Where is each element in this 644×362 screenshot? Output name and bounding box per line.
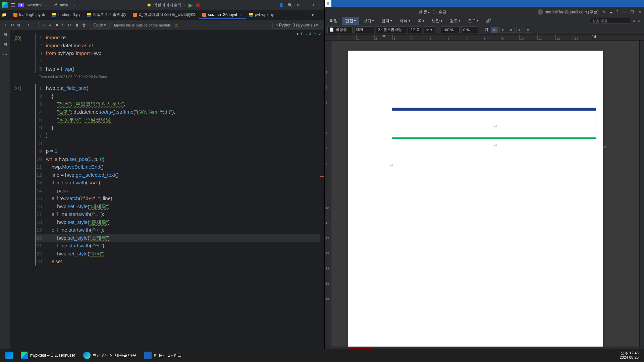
cut-icon[interactable]: ✂ bbox=[11, 23, 14, 27]
cell-type-dropdown[interactable]: Code ▾ bbox=[90, 22, 110, 28]
horizontal-ruler[interactable]: 12 345 678 91011 121314 bbox=[325, 35, 644, 41]
interpreter-dropdown[interactable]: ○ Python 3 (ipykernel) ▾ bbox=[272, 22, 321, 28]
start-button[interactable] bbox=[3, 350, 15, 360]
sync-icon[interactable]: ↻ bbox=[602, 10, 605, 14]
more-icon[interactable]: ⋮ bbox=[203, 3, 207, 7]
problems-indicator[interactable]: ▲ 1 ✓ 4 ^ ∨ bbox=[296, 32, 321, 36]
menu-input[interactable]: 입력 ▾ bbox=[378, 17, 395, 25]
align-left-icon[interactable]: ≡ bbox=[491, 27, 498, 33]
chevron-icon[interactable]: ∨ bbox=[318, 32, 321, 36]
menu-file[interactable]: 파일 bbox=[326, 17, 341, 25]
menu-view[interactable]: 보기 ▾ bbox=[360, 17, 377, 25]
menu-page[interactable]: 쪽 ▾ bbox=[414, 17, 428, 25]
font-dropdown[interactable]: 가 함초롬바탕 bbox=[376, 26, 406, 33]
restart-icon[interactable]: ↻ bbox=[61, 23, 65, 27]
collapse-icon[interactable]: ∧ bbox=[633, 18, 636, 23]
chevron-icon[interactable]: ^ bbox=[314, 32, 316, 36]
code-area: [20] 1import re 2import datetime as dt 3… bbox=[10, 30, 324, 270]
menu-format[interactable]: 서식 ▾ bbox=[396, 17, 414, 25]
bookmarks-icon[interactable]: ⊟ bbox=[3, 42, 7, 47]
tab-leading0[interactable]: leading0.ipynb bbox=[10, 11, 48, 19]
editor[interactable]: ▲ 1 ✓ 4 ^ ∨ [20] 1import re 2import date… bbox=[10, 30, 324, 354]
menu-review[interactable]: 검토 ▾ bbox=[446, 17, 464, 25]
taskbar-pycharm[interactable]: hwpxtest – C:\Users\user bbox=[18, 350, 78, 360]
code-cell-20: [20] 1import re 2import datetime as dt 3… bbox=[10, 34, 324, 82]
warning-badge: ▲ 1 bbox=[296, 32, 303, 36]
cloud-icon[interactable]: ☁ bbox=[609, 10, 613, 14]
maximize-icon[interactable]: ☐ bbox=[311, 3, 314, 7]
code-with-me-icon[interactable]: 👤 bbox=[279, 3, 284, 7]
zoom-dropdown[interactable]: 100 % bbox=[441, 26, 460, 33]
taskbar-edge[interactable]: 특정 양식의 내용을 바꾸 bbox=[80, 350, 139, 360]
more-icon[interactable]: ⋮ bbox=[317, 13, 321, 17]
project-badge[interactable]: H bbox=[18, 3, 24, 7]
cell-exec-count: [21] bbox=[13, 85, 21, 93]
vertical-ruler[interactable]: 12 34 56 78 910 1112 1314 1516 bbox=[325, 41, 331, 347]
chevron-down-icon[interactable]: ▾ bbox=[73, 3, 75, 7]
hangul-app-icon[interactable]: 혼 bbox=[325, 0, 331, 7]
python-icon bbox=[249, 13, 253, 17]
run-icon[interactable]: ▶ bbox=[189, 2, 193, 8]
align-center-icon[interactable]: ≡ bbox=[499, 27, 506, 33]
debug-icon[interactable]: 🐞 bbox=[195, 3, 200, 7]
taskbar-clock[interactable]: 오후 12:43 2024-08-20 bbox=[617, 351, 641, 360]
chevron-down-icon[interactable]: ▾ bbox=[312, 13, 314, 17]
structure-icon[interactable]: ⊞ bbox=[3, 32, 7, 37]
minimize-icon[interactable]: ─ bbox=[304, 3, 307, 7]
close-tab-icon[interactable]: × bbox=[240, 12, 243, 17]
style-dropdown[interactable]: 📄 바탕글 bbox=[327, 26, 353, 33]
align-right-icon[interactable]: ≡ bbox=[508, 27, 515, 33]
hangul-workspace: 12 34 56 78 910 1112 1314 1516 ↵ ↵ ↵ ↵ bbox=[325, 41, 644, 347]
close-icon[interactable]: ✕ bbox=[638, 10, 641, 14]
document-canvas[interactable]: ↵ ↵ ↵ ↵ bbox=[331, 41, 639, 347]
module-warning: Jupyter file is outside of the module bbox=[113, 23, 171, 27]
close-icon[interactable]: ✕ bbox=[637, 18, 641, 23]
more-icon[interactable]: ⋯ bbox=[3, 52, 7, 57]
git-branch[interactable]: ⎇ master bbox=[53, 3, 71, 7]
align-justify-icon[interactable]: ≡ bbox=[516, 27, 523, 33]
menu-security[interactable]: 보안 ▾ bbox=[428, 17, 446, 25]
tab-leading_0[interactable]: leading_0.py bbox=[48, 11, 84, 19]
project-tool-icon[interactable]: 📁 bbox=[2, 12, 7, 17]
settings-icon[interactable]: ⚙ bbox=[297, 3, 300, 7]
main-menu-icon[interactable]: ☰ bbox=[10, 2, 15, 8]
stop-icon[interactable]: ■ bbox=[56, 23, 58, 27]
maximize-icon[interactable]: ☐ bbox=[630, 10, 634, 14]
move-up-icon[interactable]: ↑ bbox=[28, 23, 30, 27]
font-size-input[interactable] bbox=[408, 26, 422, 33]
close-icon[interactable]: ✕ bbox=[318, 3, 321, 7]
delete-icon[interactable]: 🗑 bbox=[82, 23, 86, 27]
interrupt-icon[interactable]: ⏸ bbox=[75, 23, 79, 27]
menu-edit[interactable]: 편집 ▾ bbox=[342, 17, 359, 25]
chevron-down-icon[interactable]: ▾ bbox=[45, 3, 47, 7]
help-icon[interactable]: ? bbox=[616, 10, 619, 14]
add-cell-icon[interactable]: ＋ bbox=[3, 22, 7, 28]
spacing-dropdown[interactable]: 0 % bbox=[461, 26, 478, 33]
run-cell-icon[interactable]: ▷ bbox=[42, 23, 45, 27]
taskbar-hangul[interactable]: 빈 문서 1 - 한글 bbox=[142, 350, 184, 360]
user-info[interactable]: martinii.fun@gmail.com (무료) bbox=[538, 9, 599, 15]
move-down-icon[interactable]: ↓ bbox=[33, 23, 35, 27]
tab-hangul-gui[interactable]: 2_한글에멀티스레드_GUI.ipynb bbox=[129, 10, 199, 19]
restart-run-icon[interactable]: ⟳ bbox=[68, 23, 71, 27]
project-name[interactable]: hwpxtest bbox=[26, 3, 42, 7]
run-all-icon[interactable]: ⏭ bbox=[48, 23, 52, 27]
align-distribute-icon[interactable]: ≡ bbox=[525, 27, 531, 33]
menu-tools[interactable]: 도구 ▾ bbox=[465, 17, 482, 25]
run-config[interactable]: 엑셀이미지출력 bbox=[153, 2, 181, 8]
search-input[interactable] bbox=[590, 18, 630, 24]
tab-scratch35[interactable]: scratch_35.ipynb× bbox=[199, 11, 246, 19]
copy-icon[interactable]: ⧉ bbox=[17, 23, 20, 27]
tab-pyhwpx[interactable]: pyhwpx.py bbox=[246, 11, 277, 19]
minimap[interactable] bbox=[320, 30, 324, 354]
search-icon[interactable]: 🔍 bbox=[288, 3, 292, 7]
vertical-scrollbar[interactable] bbox=[639, 41, 644, 347]
tab-excel[interactable]: 엑셀이미지출력.py bbox=[84, 10, 129, 19]
rep-dropdown[interactable]: 대표 bbox=[354, 26, 374, 33]
document-table[interactable]: ↵ bbox=[392, 108, 596, 139]
document-page[interactable]: ↵ ↵ ↵ ↵ bbox=[348, 51, 603, 347]
minimize-icon[interactable]: ─ bbox=[623, 10, 626, 14]
chevron-down-icon[interactable]: ▾ bbox=[184, 3, 186, 7]
unit-dropdown[interactable]: pt ▾ bbox=[424, 26, 435, 33]
menu-addon[interactable]: 🔗 bbox=[483, 17, 494, 24]
